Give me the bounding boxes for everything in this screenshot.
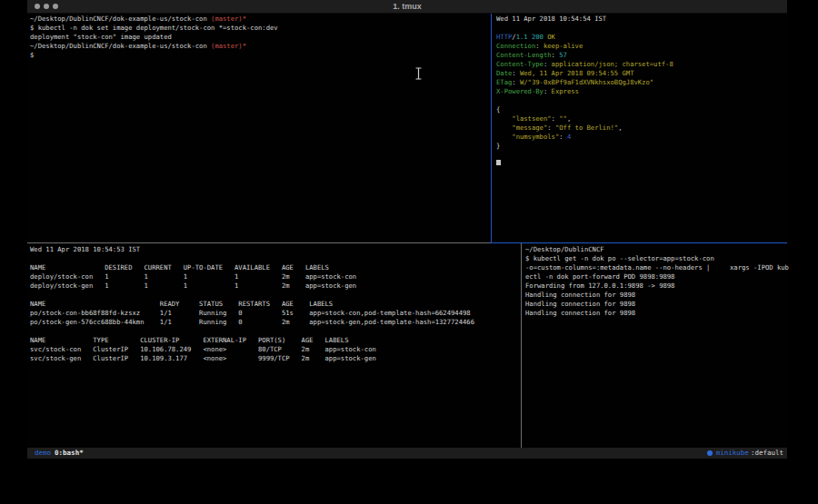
terminal-line: ~/Desktop/DublinCNCF/dok-example-us/stoc… <box>30 42 494 51</box>
terminal-line: po/stock-gen-576cc688bb-44kmn 1/1 Runnin… <box>30 318 524 327</box>
pane-border-horizontal-right[interactable] <box>491 242 787 243</box>
terminal-line: Handling connection for 9898 <box>525 300 791 309</box>
terminal-line: ectl -n dok port-forward POD 9898:9898 <box>525 272 791 282</box>
terminal-line: "message": "Off to Berlin!", <box>496 124 792 133</box>
terminal-line: po/stock-con-bb68f88fd-kzsxz 1/1 Running… <box>30 309 524 318</box>
terminal-line: Content-Length: 57 <box>496 51 792 60</box>
terminal-window: 1. tmux ~/Desktop/DublinCNCF/dok-example… <box>27 0 787 460</box>
pane-border-vertical-top[interactable] <box>491 14 492 242</box>
terminal-line <box>30 327 524 336</box>
terminal-line: deploy/stock-con 1 1 1 1 2m app=stock-co… <box>30 272 524 282</box>
terminal-line: Handling connection for 9898 <box>525 309 791 318</box>
terminal-line: deployment "stock-con" image updated <box>30 33 494 42</box>
pane-bottom-right-port-forward[interactable]: ~/Desktop/DublinCNCF$ kubectl get -n dok… <box>522 244 791 449</box>
window-titlebar: 1. tmux <box>27 0 787 14</box>
pane-border-vertical-bottom[interactable] <box>521 243 522 448</box>
terminal-line <box>496 151 792 160</box>
terminal-line: NAME READY STATUS RESTARTS AGE LABELS <box>30 300 524 309</box>
terminal-line: Wed 11 Apr 2018 10:54:53 IST <box>30 245 524 254</box>
terminal-line: svc/stock-con ClusterIP 10.106.78.249 <n… <box>30 345 524 354</box>
tmux-status-bar: demo 0:bash* minikube :default <box>27 448 787 459</box>
terminal-line: ~/Desktop/DublinCNCF/dok-example-us/stoc… <box>30 15 494 24</box>
terminal-line <box>30 254 524 263</box>
terminal-line <box>496 160 792 169</box>
terminal-line <box>30 291 524 300</box>
screenshot-root: 1. tmux ~/Desktop/DublinCNCF/dok-example… <box>0 0 818 504</box>
window-tab-bash[interactable]: 0:bash* <box>55 448 84 459</box>
kube-context: minikube <box>716 448 749 459</box>
terminal-line <box>496 24 792 33</box>
terminal-line: ~/Desktop/DublinCNCF <box>525 245 791 254</box>
terminal-line: deploy/stock-gen 1 1 1 1 2m app=stock-ge… <box>30 282 524 291</box>
terminal-line: Handling connection for 9898 <box>525 291 791 300</box>
pane-border-horizontal-left[interactable] <box>27 242 491 243</box>
status-left: demo 0:bash* <box>27 448 84 459</box>
terminal-line: Connection: keep-alive <box>496 42 792 51</box>
terminal-line: X-Powered-By: Express <box>496 87 792 96</box>
terminal-line: svc/stock-gen ClusterIP 10.109.3.177 <no… <box>30 354 524 363</box>
terminal-line: $ <box>30 51 494 60</box>
pane-bottom-left-kubectl-watch[interactable]: Wed 11 Apr 2018 10:54:53 IST NAME DESIRE… <box>27 244 524 449</box>
terminal-line: Wed 11 Apr 2018 10:54:54 IST <box>496 15 792 24</box>
kubernetes-helm-icon <box>707 450 713 456</box>
terminal-line <box>496 96 792 105</box>
session-name: demo <box>35 448 51 459</box>
mouse-cursor-ibeam-icon <box>414 67 423 80</box>
terminal-line: HTTP/1.1 200 OK <box>496 33 792 42</box>
terminal-line: } <box>496 142 792 151</box>
terminal-line: "numsymbols": 4 <box>496 133 792 142</box>
kube-namespace: :default <box>751 448 783 459</box>
terminal-line: NAME DESIRED CURRENT UP-TO-DATE AVAILABL… <box>30 263 524 272</box>
window-title: 1. tmux <box>27 2 787 11</box>
terminal-line: NAME TYPE CLUSTER-IP EXTERNAL-IP PORT(S)… <box>30 336 524 345</box>
terminal-line: { <box>496 105 792 114</box>
terminal-line: Content-Type: application/json; charset=… <box>496 60 792 69</box>
pane-top-left-shell[interactable]: ~/Desktop/DublinCNCF/dok-example-us/stoc… <box>27 14 494 243</box>
terminal-line: "lastseen": "", <box>496 114 792 124</box>
terminal-line: ETag: W/"39-0xBPf9aF1dXVNkhsxoBQgJ8vKzo" <box>496 78 792 87</box>
terminal-line: -o=custom-columns=:metadata.name --no-he… <box>525 263 791 272</box>
terminal-line: Date: Wed, 11 Apr 2018 09:54:55 GMT <box>496 69 792 78</box>
status-right: minikube :default <box>707 448 787 459</box>
terminal-line: $ kubectl get -n dok po --selector=app=s… <box>525 254 791 263</box>
pane-top-right-http-response[interactable]: Wed 11 Apr 2018 10:54:54 IST HTTP/1.1 20… <box>492 14 792 243</box>
terminal-line: Forwarding from 127.0.0.1:9898 -> 9898 <box>525 282 791 291</box>
terminal-line: $ kubectl -n dok set image deployment/st… <box>30 24 494 33</box>
